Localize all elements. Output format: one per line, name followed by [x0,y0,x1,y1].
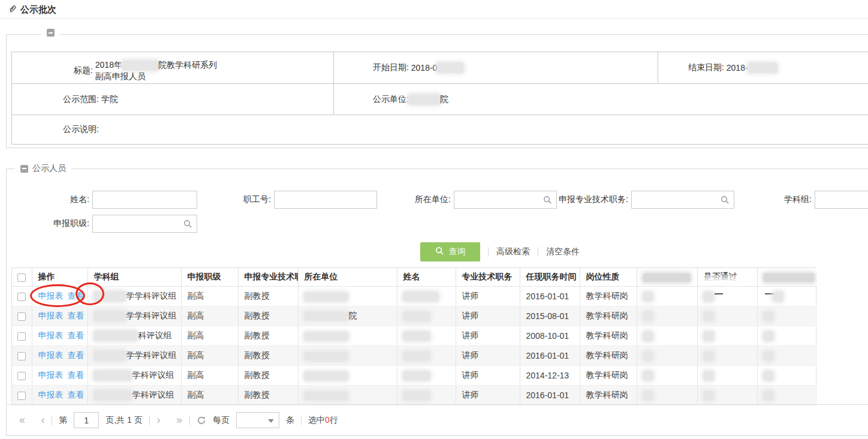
level-input[interactable] [93,215,197,232]
view-link[interactable]: 查看 [68,370,85,380]
unit-label: 公示单位: [373,94,409,105]
last-page-icon[interactable]: » [176,414,183,426]
apply-title-cell: 副教授 [238,385,298,405]
level-filter-label: 申报职级: [28,218,89,229]
redacted-blur [409,95,440,104]
redacted-blur [764,391,773,400]
view-link[interactable]: 查看 [68,311,85,320]
post-type-cell: 教学科研岗 [580,286,637,306]
report-form-link[interactable]: 申报表 [38,390,64,399]
redacted-blur [94,371,131,380]
start-date-label: 开始日期: [373,62,409,73]
redacted-blur [704,351,713,360]
search-icon[interactable] [721,196,730,206]
view-link[interactable]: 查看 [68,350,85,360]
unit-filter-label: 所在单位: [390,194,451,205]
redacted-blur [305,312,348,320]
redacted-blur [643,292,653,301]
redacted-blur [437,63,463,73]
discipline-group-suffix: 学学科评议组 [126,291,177,300]
view-link[interactable]: 查看 [68,390,85,399]
apply-level-cell: 副高 [181,365,238,385]
tenure-date-cell: 2015-08-01 [520,306,580,326]
redacted-blur [305,372,348,380]
current-title-cell: 讲师 [456,286,520,306]
next-page-icon[interactable]: › [156,414,161,426]
paperclip-icon [8,5,17,16]
collapse-personnel-icon[interactable] [20,165,28,173]
post-type-cell: 教学科研岗 [580,365,637,385]
clear-conditions-link[interactable]: 清空条件 [546,246,580,257]
unit-suffix: 院 [349,311,357,320]
view-link[interactable]: 查看 [68,291,85,300]
post-type-cell: 教学科研岗 [580,326,637,345]
refresh-icon[interactable] [197,416,206,427]
current-title-cell: 讲师 [456,385,520,405]
selected-count: 0 [325,415,330,425]
group-filter-label: 学科组: [751,194,812,205]
filter-empno: 职工号: [210,191,377,209]
page-number-input[interactable] [74,412,99,428]
redacted-blur [403,332,430,341]
redacted-blur [704,292,713,301]
query-button[interactable]: 查询 [420,242,480,261]
name-input[interactable] [93,191,197,208]
search-icon[interactable] [183,220,192,230]
row-checkbox[interactable] [17,352,26,360]
redacted-blur [403,391,430,400]
redacted-blur [305,332,348,341]
start-date-value: 2018-0 [411,63,438,73]
personnel-panel-legend: 公示人员 [15,163,71,174]
current-title-cell: 讲师 [456,365,520,385]
personnel-table: 操作 学科组 申报职级 申报专业技术职务 所在单位 姓名 专业技术职务 任现职务… [11,267,816,405]
report-form-link[interactable]: 申报表 [38,330,64,340]
table-header-row: 操作 学科组 申报职级 申报专业技术职务 所在单位 姓名 专业技术职务 任现职务… [12,268,817,286]
redacted-blur [94,390,131,400]
report-form-link[interactable]: 申报表 [38,370,64,380]
row-checkbox[interactable] [17,392,26,400]
report-form-link[interactable]: 申报表 [38,291,64,300]
report-form-link[interactable]: 申报表 [38,311,64,320]
row-checkbox[interactable] [17,372,26,380]
scope-label: 公示范围: [63,94,99,105]
collapse-batch-icon[interactable] [47,29,55,37]
col-apply-level: 申报职级 [181,268,238,286]
tenure-date-cell: 2016-01-01 [520,286,580,306]
apply-title-input[interactable] [632,191,734,208]
view-link[interactable]: 查看 [68,330,85,340]
redacted-blur [94,311,125,321]
divider [52,416,52,425]
filter-unit: 所在单位: [390,191,557,209]
redacted-blur [94,331,137,341]
redacted-blur [704,312,713,321]
empno-input[interactable] [275,191,376,208]
redacted-blur [704,371,713,380]
apply-level-cell: 副高 [181,385,238,405]
personnel-legend-label: 公示人员 [32,163,66,174]
prev-page-icon[interactable]: ‹ [41,414,46,426]
redacted-blur [764,312,773,321]
redacted-blur [643,391,653,400]
report-form-link[interactable]: 申报表 [38,350,64,360]
selected-rows-status: 选中0行 [308,415,338,426]
advanced-search-link[interactable]: 高级检索 [496,246,530,257]
redacted-blur [764,351,773,360]
group-input[interactable] [815,191,868,208]
name-filter-label: 姓名: [28,194,89,205]
discipline-group-suffix: 学科评议组 [132,390,174,399]
unit-input[interactable] [454,191,556,208]
apply-title-cell: 副教授 [238,326,298,345]
col-redacted-1 [637,268,697,286]
first-page-icon[interactable]: « [19,414,26,426]
per-page-select[interactable] [236,412,279,428]
row-checkbox[interactable] [17,312,26,321]
row-checkbox[interactable] [17,332,26,341]
redacted-blur [94,351,125,360]
select-all-checkbox[interactable] [17,273,26,282]
table-row: 申报表查看 学学科评议组 副高 副教授 讲师 2016-01-01 教学科研岗 [12,345,817,365]
current-title-cell: 讲师 [456,306,520,326]
apply-level-cell: 副高 [181,306,238,326]
row-checkbox[interactable] [17,293,26,301]
scope-value: 学院 [101,94,118,105]
redacted-blur [403,351,430,360]
